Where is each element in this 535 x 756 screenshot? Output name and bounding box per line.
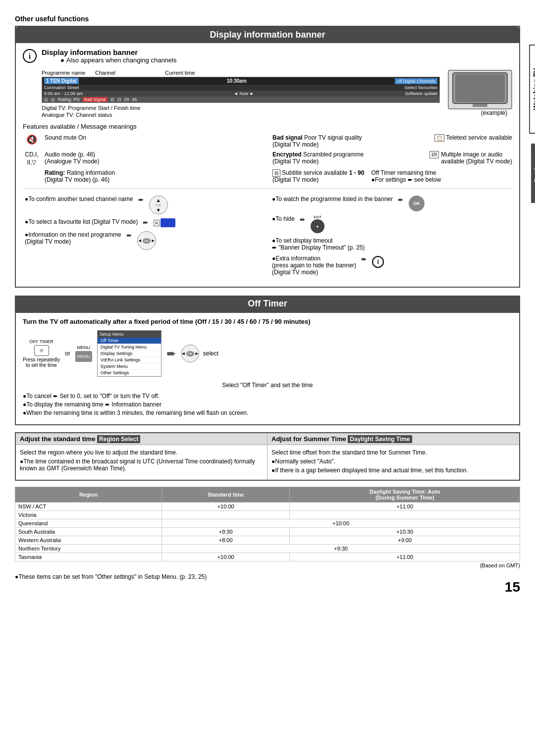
banner-row-4: ◎ ◎ Rating: PG Bad Signal ⊟ ⊡ I/II 45 xyxy=(42,97,439,102)
watching-tv-tab: Watching TV xyxy=(529,45,535,134)
ctrl-set-timeout: ●To set display timeout➨ "Banner Display… xyxy=(272,237,510,251)
features-title: Features available / Message meanings xyxy=(23,123,512,130)
basic-tab: Basic xyxy=(531,144,535,203)
page-container: Watching TV Basic Other useful functions… xyxy=(15,15,520,580)
ok-button-watch[interactable]: OK xyxy=(409,196,425,211)
dpad-leftright: ◄ OK ► xyxy=(137,231,156,250)
adjust-standard-desc1: Select the region where you live to adju… xyxy=(20,449,263,456)
feature-sound-mute: 🔇 Sound mute On xyxy=(23,134,263,148)
ctrl-watch-programme: ●To watch the programme listed in the ba… xyxy=(272,196,510,211)
menu-item-digital-tv[interactable]: Digital TV Tuning Menu xyxy=(98,344,161,351)
features-grid: 🔇 Sound mute On Bad signal Poor TV signa… xyxy=(23,134,512,183)
ctrl-favourite: ●To select a favourite list (Digital TV … xyxy=(25,218,263,227)
ctrl-hide: ●To hide ➨ EXIT ● xyxy=(272,215,510,233)
adjust-summer-time: Adjust for Summer Time Daylight Saving T… xyxy=(268,433,519,480)
subtitle-icon: ⊟ xyxy=(272,169,280,177)
feature-encrypted: Encrypted Scrambled programme(Digital TV… xyxy=(272,151,512,166)
menu-item-other[interactable]: Other Settings xyxy=(98,370,161,376)
off-timer-steps: OFF TIMER ⏱ Press repeatedlyto set the t… xyxy=(23,330,512,377)
audio-mode-icon: CD,I,II,▽ xyxy=(23,151,41,166)
display-banner-header: Display information banner xyxy=(16,27,519,43)
adjust-summer-desc2: ●Normally select "Auto". xyxy=(271,458,515,465)
banner-labels: Programme name Channel Current time 1 TE… xyxy=(42,70,440,118)
adjust-standard-desc2: ●The time contained in the broadcast sig… xyxy=(20,458,263,472)
ctrl-next-programme: ●Information on the next programme(Digit… xyxy=(25,231,263,250)
menu-item-display[interactable]: Display Settings xyxy=(98,351,161,357)
off-timer-subtitle: Turn the TV off automatically after a fi… xyxy=(23,318,512,325)
region-select-badge: Region Select xyxy=(97,435,140,443)
footer-note: ●These items can be set from "Other sett… xyxy=(15,573,520,580)
banner-row-1: 1 TEN Digital 10:30am All Digital Channe… xyxy=(42,77,439,85)
page-number: 15 xyxy=(505,579,520,595)
adjust-summer-desc1: Select time offset from the standard tim… xyxy=(271,449,515,456)
display-banner-content: i Display information banner Also appear… xyxy=(16,43,519,287)
exit-label: EXIT xyxy=(314,215,321,219)
off-timer-label: OFF TIMER xyxy=(29,339,53,344)
banner-display: 1 TEN Digital 10:30am All Digital Channe… xyxy=(42,77,440,103)
off-timer-notes: ●To cancel ➨ Set to 0, set to "Off" or t… xyxy=(23,393,512,416)
banner-label-names: Programme name Channel Current time xyxy=(42,70,440,76)
table-row: Queensland +10:00 xyxy=(15,519,520,528)
ok-select-btn[interactable]: ◄ OK ► xyxy=(181,345,199,362)
table-row: Victoria xyxy=(15,511,520,519)
banner-note2: Analogue TV: Channel status xyxy=(42,112,440,118)
banner-row-2: Coronation Street Select favourites xyxy=(42,85,439,91)
note-flash: ●When the remaining time is within 3 min… xyxy=(23,409,512,416)
banner-title: Display information banner xyxy=(42,48,176,56)
adjust-summer-desc3: ●If there is a gap between displayed tim… xyxy=(271,467,515,474)
banner-row-3: 9:00 am - 11:00 am ◄ Now ► Software upda… xyxy=(42,91,439,97)
controls-section: ●To confirm another tuned channel name ➨… xyxy=(23,188,512,282)
time-table: Region Standard time Daylight Saving Tim… xyxy=(15,487,520,561)
adjust-standard-body: Select the region where you live to adju… xyxy=(16,445,267,478)
table-row: Northern Territory +9:30 xyxy=(15,545,520,553)
controls-right: ●To watch the programme listed in the ba… xyxy=(270,194,512,282)
mute-icon: 🔇 xyxy=(23,134,41,145)
note-remaining: ●To display the remaining time ➨ Informa… xyxy=(23,401,512,408)
example-label: (example) xyxy=(448,109,512,116)
multi-audio-icon: I/II xyxy=(429,151,439,158)
table-row: NSW / ACT +10:00 +11:00 xyxy=(15,503,520,511)
banner-title-row: i Display information banner Also appear… xyxy=(23,48,512,67)
off-timer-body: Turn the TV off automatically after a fi… xyxy=(15,312,520,425)
blue-button xyxy=(160,218,175,227)
svg-rect-1 xyxy=(455,74,505,102)
menu-item-off-timer[interactable]: Off Timer xyxy=(98,338,161,344)
off-timer-header: Off Timer xyxy=(15,296,520,312)
or-label: or xyxy=(65,350,70,357)
big-arrow: ➨ xyxy=(166,347,176,360)
select-off-timer-label: Select "Off Timer" and set the time xyxy=(23,382,512,389)
display-banner-section: Display information banner i Display inf… xyxy=(15,26,520,288)
also-appears: Also appears when changing channels xyxy=(60,56,176,64)
tv-screen-mini xyxy=(448,70,512,109)
table-row: Tasmania +10:00 +11:00 xyxy=(15,553,520,561)
select-control: ◄ OK ► select xyxy=(181,345,218,362)
menu-header: Setup Menu xyxy=(98,331,161,338)
tv-svg xyxy=(450,71,510,108)
table-row: South Australia +9:30 +10:30 xyxy=(15,528,520,536)
teletext-icon: 📋 xyxy=(434,134,444,142)
note-cancel: ●To cancel ➨ Set to 0, set to "Off" or t… xyxy=(23,393,512,400)
menu-item-system[interactable]: System Menu xyxy=(98,363,161,370)
other-useful-heading: Other useful functions xyxy=(15,15,520,23)
ctrl-extra-info: ●Extra information(press again to hide t… xyxy=(272,255,510,276)
b-label: B xyxy=(154,220,159,226)
menu-item-viera[interactable]: VIERA Link Settings xyxy=(98,357,161,363)
adjust-standard-header: Adjust the standard time Region Select xyxy=(16,433,267,445)
feature-rating: Rating: Rating information(Digital TV mo… xyxy=(23,169,263,183)
ctrl-confirm-channel: ●To confirm another tuned channel name ➨… xyxy=(25,196,263,214)
dst-badge: Daylight Saving Time xyxy=(348,435,412,443)
svg-rect-2 xyxy=(473,104,487,107)
tv-mockup-area: Programme name Channel Current time 1 TE… xyxy=(42,70,512,118)
off-timer-section: Off Timer Turn the TV off automatically … xyxy=(15,296,520,425)
controls-left: ●To confirm another tuned channel name ➨… xyxy=(23,194,265,282)
adjust-summer-body: Select time offset from the standard tim… xyxy=(268,445,519,480)
off-timer-icon: ⏱ xyxy=(34,345,49,356)
col-standard: Standard time xyxy=(162,487,290,503)
info-icon-2: i xyxy=(372,256,384,268)
menu-button: MENU xyxy=(75,351,92,362)
dpad-updown: ▲ OK ▼ xyxy=(149,196,168,214)
exit-button[interactable]: ● xyxy=(311,219,324,233)
sound-mute-text: Sound mute On xyxy=(45,134,86,141)
col-region: Region xyxy=(15,487,162,503)
adjust-standard-time: Adjust the standard time Region Select S… xyxy=(16,433,268,480)
